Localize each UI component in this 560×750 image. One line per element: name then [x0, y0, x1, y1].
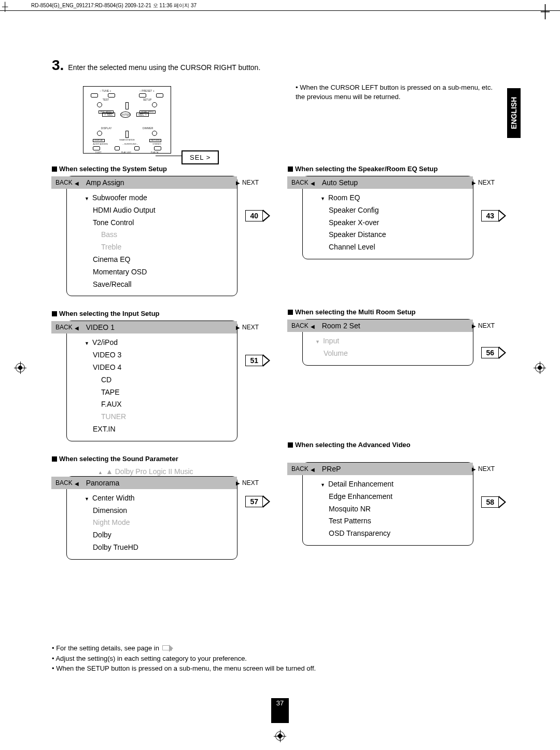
panel-input-setup: When selecting the Input Setup BACK VIDE…	[52, 310, 272, 441]
panel-title: When selecting the Input Setup	[59, 310, 160, 317]
menu-item: Test Patterns	[329, 515, 473, 527]
back-label: BACK	[291, 465, 309, 473]
back-label: BACK	[55, 479, 73, 487]
back-label: BACK	[55, 324, 73, 331]
menu-item: Dimension	[93, 505, 237, 517]
footnotes: • For the setting details, see page in .…	[52, 643, 508, 674]
panel-title: When selecting the Speaker/Room EQ Setup	[295, 165, 438, 173]
menu-item: F.AUX	[93, 398, 237, 411]
next-label: NEXT	[242, 324, 259, 331]
menu-item-above: Dolby Pro Logic II Music	[115, 467, 193, 476]
menu-item: Cinema EQ	[93, 254, 237, 266]
page-ref-arrow: 43	[481, 210, 506, 222]
page-ref-arrow: 57	[245, 495, 270, 508]
footnote: • When the SETUP button is pressed on a …	[52, 663, 508, 674]
sel-right-callout: SEL >	[181, 150, 219, 164]
page-ref: 56	[481, 347, 499, 358]
label: – PRESET +	[139, 90, 154, 92]
sel-left: < SEL	[102, 113, 115, 117]
label: RETURN	[149, 139, 161, 142]
menu-item: Edge Enhancement	[329, 491, 473, 503]
label: PLAY LIST	[121, 151, 131, 154]
menu-item: VIDEO 4	[93, 362, 237, 374]
next-label: NEXT	[478, 465, 495, 473]
page-number: 37	[271, 698, 289, 723]
page-ref-arrow: 56	[481, 346, 506, 359]
menu-item: Speaker X-over	[329, 217, 473, 229]
panel-advanced-video: When selecting the Advanced Video BACK P…	[288, 441, 508, 546]
menu-item: Dolby TrueHD	[93, 541, 237, 554]
page-ref: 43	[481, 210, 499, 221]
next-label: NEXT	[242, 479, 259, 487]
step-3: 3. Enter the selected menu using the CUR…	[52, 57, 508, 74]
back-label: BACK	[55, 179, 73, 186]
footnote: • Adjust the setting(s) in each setting …	[52, 654, 508, 664]
menu-item: Volume	[324, 348, 473, 360]
page-ref: 51	[245, 355, 263, 366]
language-tab: ENGLISH	[507, 88, 521, 138]
label: – SURROUND –	[122, 143, 138, 145]
menu-heading: Auto Setup	[319, 178, 473, 187]
label: STEREO	[152, 143, 161, 145]
menu-item: Subwoofer mode	[92, 193, 147, 202]
menu-item: Channel Level	[329, 241, 473, 254]
label: – TUNE +	[100, 90, 111, 92]
label: SEARCH MODE	[119, 139, 135, 142]
doc-header: RD-8504(G)_ENG_091217:RD-8504(G) 2009-12…	[31, 2, 197, 9]
step-number: 3.	[52, 57, 64, 74]
label: DIMMER	[143, 127, 153, 130]
menu-item: Detail Enhancement	[328, 480, 394, 488]
label: TEST	[103, 99, 109, 101]
menu-item: VIDEO 3	[93, 349, 237, 362]
footnote: • For the setting details, see page in	[52, 644, 159, 652]
menu-heading: VIDEO 1	[83, 323, 237, 331]
page-ref-arrow: 58	[481, 496, 506, 508]
menu-item: TUNER	[93, 411, 237, 423]
menu-item: Mosquito NR	[329, 503, 473, 516]
registration-mark	[275, 731, 285, 741]
note-cursor-left: • When the CURSOR LEFT button is pressed…	[296, 83, 503, 102]
label: Q.RPT	[95, 151, 102, 154]
page-ref: 57	[245, 496, 263, 507]
panel-title: When selecting the Advanced Video	[295, 441, 411, 449]
panel-system-setup: When selecting the System Setup BACK Amp…	[52, 165, 272, 296]
page-arrow-icon	[162, 645, 170, 650]
menu-item: Input	[323, 337, 339, 345]
menu-heading: Room 2 Set	[319, 322, 473, 330]
menu-item: Momentary OSD	[93, 266, 237, 279]
menu-item: Room EQ	[328, 193, 360, 202]
label: DISPLAY	[93, 139, 105, 142]
label: AUDIO ASSIGN	[93, 143, 108, 145]
menu-item: TAPE	[93, 386, 237, 399]
label: SETUP	[143, 99, 152, 101]
next-label: NEXT	[242, 179, 259, 186]
panel-title: When selecting the Sound Parameter	[59, 455, 178, 463]
menu-item: Speaker Distance	[329, 229, 473, 241]
panel-multi-room: When selecting the Multi Room Setup BACK…	[288, 308, 508, 427]
label: PLAY M.	[151, 151, 159, 154]
leader-line	[156, 156, 183, 156]
menu-item: OSD Transparency	[329, 527, 473, 540]
page-ref: 58	[481, 496, 499, 508]
page-ref-arrow: 51	[245, 354, 270, 367]
menu-heading: Amp Assign	[83, 178, 237, 187]
page-ref-arrow: 40	[245, 210, 270, 222]
menu-item: Treble	[93, 241, 237, 254]
next-label: NEXT	[478, 322, 495, 329]
enter-button: ENTER	[120, 112, 131, 118]
menu-item: Speaker Config	[329, 204, 473, 217]
label: DISPLAY	[101, 127, 112, 130]
remote-diagram: – TUNE +– PRESET + TESTSETUP DISC MENUHO…	[83, 86, 171, 154]
step-text: Enter the selected menu using the CURSOR…	[68, 63, 260, 72]
panel-title: When selecting the System Setup	[59, 165, 167, 173]
menu-item: Center Width	[92, 494, 135, 502]
menu-heading: PReP	[319, 465, 473, 473]
menu-item: Tone Control	[93, 217, 237, 229]
header-rule	[0, 10, 560, 11]
menu-item: EXT.IN	[93, 423, 237, 436]
menu-item: HDMI Audio Output	[93, 204, 237, 217]
menu-item: Bass	[93, 229, 237, 241]
back-label: BACK	[291, 179, 309, 186]
next-label: NEXT	[478, 179, 495, 186]
sel-right: SEL >	[136, 113, 149, 117]
